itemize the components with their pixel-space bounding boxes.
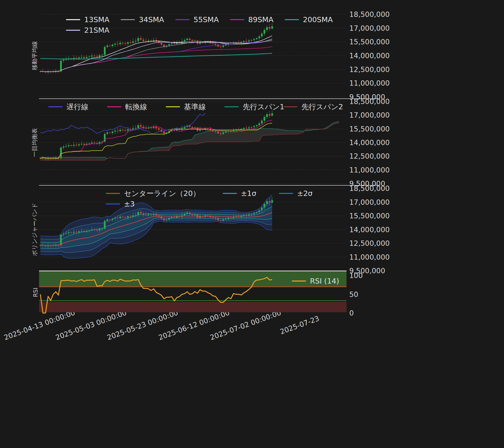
panel-title-moving-averages: 移動平均線	[31, 41, 39, 70]
rsi-oversold-zone	[39, 302, 346, 312]
legend-item: 13SMA	[66, 14, 121, 25]
legend-label: 34SMA	[139, 15, 164, 24]
legend-item: センターライン（20）	[106, 188, 200, 198]
legend-label: 55SMA	[194, 15, 219, 24]
legend-item: 基準線	[166, 101, 225, 112]
legend-label: 21SMA	[84, 26, 109, 35]
legend-item: 先行スパン2	[283, 101, 342, 112]
y-axis-label: 17,000,000	[349, 198, 390, 206]
y-axis-label: 14,000,000	[349, 226, 390, 234]
legend-swatch-icon	[66, 30, 80, 31]
ichimoku-panel-plot	[40, 110, 339, 161]
legend-label: ±1σ	[241, 189, 256, 198]
legend-item: ±1σ	[223, 188, 256, 198]
y-axis-label: 15,500,000	[349, 212, 390, 220]
legend-swatch-icon	[106, 203, 120, 204]
chart-canvas: 18,500,00018,500,00018,500,00017,000,000…	[0, 0, 504, 448]
legend-bollinger: センターライン（20）±1σ±2σ±3	[106, 188, 355, 209]
panel-title-ichimoku: 一目均衡表	[31, 128, 39, 157]
legend-swatch-icon	[175, 19, 190, 20]
legend-label: 200SMA	[303, 15, 333, 24]
legend-label: センターライン（20）	[124, 189, 200, 198]
y-axis-label: 12,500,000	[349, 65, 390, 74]
y-axis-label: 9,500,000	[349, 93, 385, 101]
chart-root: 18,500,00018,500,00018,500,00017,000,000…	[0, 0, 504, 448]
legend-label: 89SMA	[248, 15, 273, 24]
legend-swatch-icon	[279, 193, 293, 194]
legend-item: ±2σ	[279, 188, 312, 198]
legend-swatch-icon	[285, 19, 299, 20]
y-axis-label: 17,000,000	[349, 24, 390, 32]
legend-item: 21SMA	[66, 25, 121, 35]
legend-ichimoku: 遅行線転換線基準線先行スパン1先行スパン2	[48, 101, 350, 112]
legend-item: 55SMA	[175, 14, 230, 25]
y-axis-label: 0	[349, 309, 354, 317]
y-axis-label: 12,500,000	[349, 239, 390, 248]
y-axis-label: 14,000,000	[349, 52, 390, 60]
legend-label: 転換線	[125, 102, 147, 111]
x-axis-label: 2025-07-23	[279, 314, 320, 336]
y-axis-label: 14,000,000	[349, 139, 390, 147]
legend-label: 遅行線	[67, 102, 88, 111]
y-axis-label: 15,500,000	[349, 38, 390, 46]
legend-item: 転換線	[107, 101, 166, 112]
legend-swatch-icon	[225, 106, 239, 107]
legend-moving-averages: 13SMA34SMA55SMA89SMA200SMA21SMA	[66, 14, 347, 35]
legend-swatch-icon	[283, 106, 297, 107]
legend-label: RSI (14)	[310, 277, 339, 285]
y-axis-label: 18,500,000	[349, 10, 390, 19]
legend-label: ±2σ	[297, 189, 312, 198]
legend-swatch-icon	[223, 193, 237, 194]
y-axis-label: 11,000,000	[349, 253, 390, 261]
legend-label: 13SMA	[84, 15, 109, 24]
y-axis-label: 9,500,000	[349, 180, 385, 188]
legend-label: ±3	[124, 200, 135, 208]
y-axis-label: 15,500,000	[349, 125, 390, 133]
legend-swatch-icon	[166, 106, 180, 107]
legend-swatch-icon	[107, 106, 121, 107]
legend-item: 遅行線	[48, 101, 107, 112]
y-axis-label: 50	[349, 290, 358, 299]
y-axis-label: 12,500,000	[349, 152, 390, 160]
panel-title-bollinger: ボリンジャーバンド	[31, 203, 39, 256]
legend-item: 先行スパン1	[225, 101, 283, 112]
y-axis-label: 17,000,000	[349, 111, 390, 119]
legend-item: ±3	[106, 198, 135, 209]
legend-swatch-icon	[292, 281, 306, 282]
legend-label: 先行スパン2	[301, 102, 343, 111]
legend-rsi: RSI (14)	[292, 275, 362, 286]
legend-swatch-icon	[121, 19, 135, 20]
legend-swatch-icon	[66, 19, 80, 20]
legend-item: 34SMA	[121, 14, 175, 25]
legend-swatch-icon	[106, 193, 120, 194]
y-axis-label: 11,000,000	[349, 79, 390, 87]
legend-item: 89SMA	[230, 14, 285, 25]
legend-swatch-icon	[48, 106, 62, 107]
legend-item: RSI (14)	[292, 275, 339, 286]
panel-title-rsi: RSI	[32, 288, 39, 297]
legend-swatch-icon	[230, 19, 244, 20]
legend-label: 先行スパン1	[243, 102, 285, 111]
y-axis-label: 11,000,000	[349, 166, 390, 174]
legend-item: 200SMA	[285, 14, 339, 25]
legend-label: 基準線	[184, 102, 206, 111]
